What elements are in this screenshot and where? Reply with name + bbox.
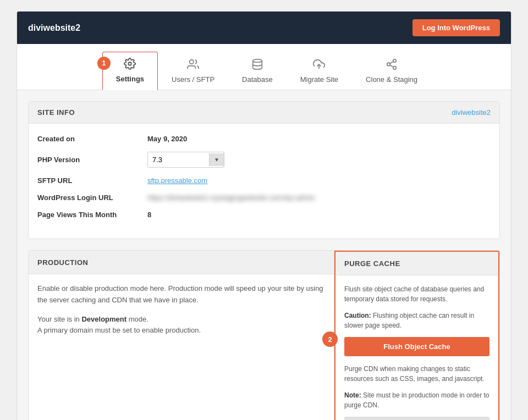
users-icon <box>187 58 199 73</box>
tab-clone-staging-label: Clone & Staging <box>366 75 417 84</box>
tab-database[interactable]: Database <box>228 52 287 90</box>
flush-button-wrapper: 2 Flush Object Cache <box>344 337 490 356</box>
caution-label: Caution: <box>344 312 371 319</box>
php-version-select-wrapper[interactable]: 7.3 7.4 8.0 8.1 ▼ <box>147 152 224 168</box>
flush-description: Flush site object cache of database quer… <box>344 284 490 304</box>
purge-cdn-button[interactable]: Purge CDN <box>344 417 490 420</box>
sftp-url-value[interactable]: sftp.pressable.com <box>147 176 207 185</box>
tab-users-sftp-label: Users / SFTP <box>172 75 215 84</box>
page-views-label: Page Views This Month <box>37 211 147 219</box>
sftp-url-label: SFTP URL <box>37 176 147 185</box>
site-info-section: SITE INFO diviwebsite2 Created on May 9,… <box>28 101 500 239</box>
created-on-value: May 9, 2020 <box>147 135 187 143</box>
clone-icon <box>386 58 398 73</box>
created-on-row: Created on May 9, 2020 <box>37 135 491 143</box>
php-version-row: PHP Version 7.3 7.4 8.0 8.1 ▼ <box>37 152 491 168</box>
step-badge-1: 1 <box>97 57 111 70</box>
page-wrapper: diviwebsite2 Log Into WordPress ► 1 Sett… <box>16 11 512 420</box>
production-title: PRODUCTION <box>37 258 88 267</box>
tab-settings[interactable]: 1 Settings <box>102 52 158 90</box>
site-name: diviwebsite2 <box>28 23 80 33</box>
php-version-select[interactable]: 7.3 7.4 8.0 8.1 <box>148 152 209 167</box>
wp-login-url-row: WordPress Login URL https://diviwebsite2… <box>37 194 491 202</box>
caution-text: Caution: Flushing object cache can resul… <box>344 311 490 330</box>
sftp-url-row: SFTP URL sftp.pressable.com <box>37 176 491 185</box>
svg-point-1 <box>190 59 194 63</box>
page-views-row: Page Views This Month 8 <box>37 211 491 219</box>
dev-mode-line2: A primary domain must be set to enable p… <box>37 325 325 336</box>
tab-migrate-site[interactable]: Migrate Site <box>287 52 352 90</box>
tab-clone-staging[interactable]: Clone & Staging <box>352 52 431 90</box>
note-text: Note: Site must be in production mode in… <box>344 390 490 410</box>
production-description: Enable or disable production mode here. … <box>37 283 325 306</box>
note-body: Site must be in production mode in order… <box>344 391 489 409</box>
login-button[interactable]: Log Into WordPress <box>413 19 500 36</box>
svg-point-4 <box>393 59 397 62</box>
svg-point-5 <box>387 63 391 66</box>
database-icon <box>251 58 263 73</box>
header: diviwebsite2 Log Into WordPress <box>17 12 511 44</box>
dev-mode-line1: Your site is in Development mode. <box>37 314 325 325</box>
purge-cache-header: PURGE CACHE <box>336 252 498 275</box>
note-label: Note: <box>344 391 361 399</box>
purge-cache-body: Flush site object cache of database quer… <box>336 275 498 420</box>
purge-cache-col: PURGE CACHE Flush site object cache of d… <box>334 251 499 420</box>
svg-point-6 <box>393 66 397 69</box>
production-section-card: PRODUCTION Enable or disable production … <box>28 250 500 420</box>
wp-login-url-value: https://diviwebsite2.mystagingwebsite.co… <box>147 194 315 202</box>
tab-database-label: Database <box>242 75 273 84</box>
tab-settings-label: Settings <box>116 75 144 83</box>
svg-line-8 <box>390 61 393 63</box>
site-info-body: Created on May 9, 2020 PHP Version 7.3 7… <box>29 124 499 239</box>
flush-object-cache-button[interactable]: Flush Object Cache <box>344 337 490 356</box>
svg-point-0 <box>129 62 132 65</box>
step-badge-2: 2 <box>322 331 338 347</box>
page-views-value: 8 <box>147 211 151 219</box>
nav-tabs: ► 1 Settings <box>17 44 511 90</box>
php-version-label: PHP Version <box>37 156 147 164</box>
site-info-link[interactable]: diviwebsite2 <box>452 108 491 117</box>
site-info-title: SITE INFO <box>37 108 75 117</box>
purge-cache-title: PURGE CACHE <box>344 259 400 268</box>
settings-icon <box>124 58 136 73</box>
wp-login-url-label: WordPress Login URL <box>37 194 147 202</box>
svg-line-7 <box>390 65 393 67</box>
production-col: PRODUCTION Enable or disable production … <box>29 251 334 420</box>
tab-migrate-site-label: Migrate Site <box>300 75 338 84</box>
tab-users-sftp[interactable]: Users / SFTP <box>158 52 228 90</box>
cdn-description: Purge CDN when making changes to static … <box>344 364 490 384</box>
content-area: SITE INFO diviwebsite2 Created on May 9,… <box>17 90 511 420</box>
migrate-icon <box>313 58 325 73</box>
site-info-header: SITE INFO diviwebsite2 <box>29 102 499 124</box>
svg-point-2 <box>253 59 262 62</box>
select-arrow-icon: ▼ <box>209 153 224 166</box>
dev-mode-suffix: mode. <box>129 315 148 323</box>
dev-mode-prefix: Your site is in <box>37 315 80 323</box>
dev-mode-value: Development <box>81 315 127 323</box>
production-layout: PRODUCTION Enable or disable production … <box>29 251 499 420</box>
created-on-label: Created on <box>37 135 147 143</box>
